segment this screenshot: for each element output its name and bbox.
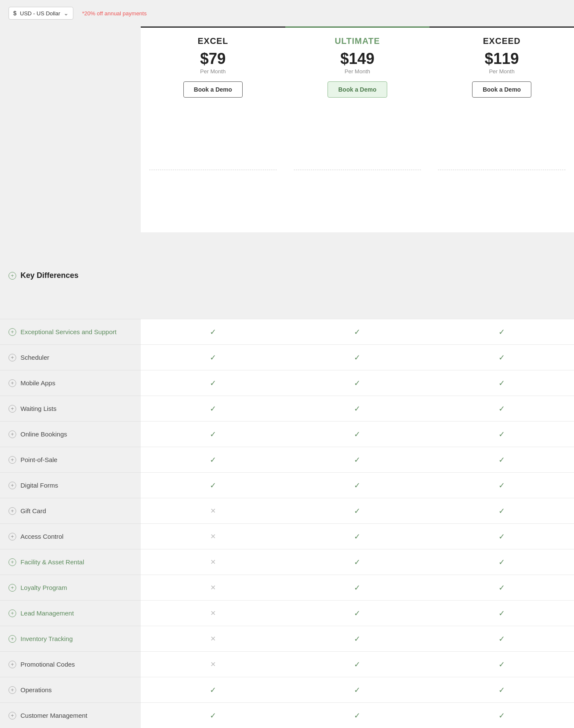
check-icon: ✓	[354, 353, 360, 362]
feature-plus-icon-0[interactable]: +	[9, 328, 16, 336]
feature-exceed-8: ✓	[429, 523, 574, 549]
check-icon: ✓	[354, 506, 360, 516]
feature-label-6: +Digital Forms	[0, 472, 141, 498]
check-icon: ✓	[354, 430, 360, 439]
feature-plus-icon-8[interactable]: +	[9, 533, 16, 540]
feature-plus-icon-3[interactable]: +	[9, 405, 16, 413]
feature-plus-icon-12[interactable]: +	[9, 635, 16, 643]
feature-plus-icon-14[interactable]: +	[9, 686, 16, 694]
feature-ultimate-2: ✓	[285, 370, 430, 396]
key-differences-title: Key Differences	[20, 271, 78, 280]
features-container: +Exceptional Services and Support✓✓✓+Sch…	[0, 319, 574, 728]
divider-excel	[141, 166, 285, 232]
price-ultimate: $149	[290, 51, 426, 66]
price-exceed: $119	[434, 51, 570, 66]
chevron-down-icon: ⌄	[64, 10, 69, 17]
x-icon: ✕	[210, 609, 216, 617]
check-icon: ✓	[499, 532, 505, 541]
feature-plus-icon-11[interactable]: +	[9, 610, 16, 617]
feature-plus-icon-10[interactable]: +	[9, 584, 16, 592]
feature-excel-3: ✓	[141, 396, 285, 421]
feature-exceed-2: ✓	[429, 370, 574, 396]
feature-excel-1: ✓	[141, 344, 285, 370]
period-exceed: Per Month	[434, 68, 570, 75]
currency-selector[interactable]: $ USD - US Dollar ⌄	[9, 7, 73, 20]
feature-exceed-10: ✓	[429, 575, 574, 600]
check-icon: ✓	[210, 327, 216, 337]
check-icon: ✓	[354, 455, 360, 465]
feature-ultimate-12: ✓	[285, 626, 430, 651]
feature-plus-icon-2[interactable]: +	[9, 379, 16, 387]
x-icon: ✕	[210, 507, 216, 515]
feature-label-15: +Customer Management	[0, 702, 141, 728]
feature-name-12: Inventory Tracking	[20, 635, 73, 642]
feature-plus-icon-7[interactable]: +	[9, 507, 16, 515]
x-icon: ✕	[210, 660, 216, 668]
check-icon: ✓	[354, 634, 360, 644]
period-ultimate: Per Month	[290, 68, 426, 75]
feature-label-12: +Inventory Tracking	[0, 626, 141, 651]
check-icon: ✓	[354, 609, 360, 618]
key-diff-header-ultimate	[285, 232, 430, 319]
check-icon: ✓	[499, 353, 505, 362]
check-icon: ✓	[210, 353, 216, 362]
check-icon: ✓	[499, 660, 505, 669]
check-icon: ✓	[210, 378, 216, 388]
key-differences-label: + Key Differences	[0, 232, 141, 319]
feature-excel-6: ✓	[141, 472, 285, 498]
check-icon: ✓	[499, 378, 505, 388]
check-icon: ✓	[210, 481, 216, 490]
feature-name-0: Exceptional Services and Support	[20, 328, 116, 335]
price-excel: $79	[145, 51, 281, 66]
check-icon: ✓	[499, 430, 505, 439]
check-icon: ✓	[354, 583, 360, 592]
feature-ultimate-1: ✓	[285, 344, 430, 370]
check-icon: ✓	[354, 378, 360, 388]
key-diff-plus-icon[interactable]: +	[9, 272, 16, 280]
feature-exceed-14: ✓	[429, 677, 574, 702]
plan-header-excel: EXCEL $79 Per Month Book a Demo	[141, 26, 285, 166]
feature-plus-icon-1[interactable]: +	[9, 354, 16, 361]
feature-exceed-3: ✓	[429, 396, 574, 421]
plan-name-excel: EXCEL	[145, 36, 281, 46]
feature-exceed-5: ✓	[429, 447, 574, 472]
feature-plus-icon-4[interactable]: +	[9, 430, 16, 438]
feature-ultimate-4: ✓	[285, 421, 430, 447]
check-icon: ✓	[354, 532, 360, 541]
feature-name-5: Point-of-Sale	[20, 456, 58, 463]
feature-name-11: Lead Management	[20, 610, 74, 617]
feature-excel-10: ✕	[141, 575, 285, 600]
plan-header-exceed: EXCEED $119 Per Month Book a Demo	[429, 26, 574, 166]
x-icon: ✕	[210, 558, 216, 566]
feature-plus-icon-9[interactable]: +	[9, 558, 16, 566]
plan-name-exceed: EXCEED	[434, 36, 570, 46]
discount-note: *20% off annual payments	[82, 10, 147, 17]
feature-name-4: Online Bookings	[20, 430, 67, 438]
feature-ultimate-10: ✓	[285, 575, 430, 600]
book-demo-exceed[interactable]: Book a Demo	[472, 81, 531, 98]
feature-plus-icon-15[interactable]: +	[9, 712, 16, 719]
feature-label-4: +Online Bookings	[0, 421, 141, 447]
feature-label-9: +Facility & Asset Rental	[0, 549, 141, 575]
feature-exceed-12: ✓	[429, 626, 574, 651]
check-icon: ✓	[210, 711, 216, 720]
x-icon: ✕	[210, 584, 216, 592]
feature-exceed-13: ✓	[429, 651, 574, 677]
feature-excel-4: ✓	[141, 421, 285, 447]
feature-plus-icon-5[interactable]: +	[9, 456, 16, 464]
feature-ultimate-6: ✓	[285, 472, 430, 498]
feature-ultimate-9: ✓	[285, 549, 430, 575]
feature-name-14: Operations	[20, 686, 52, 693]
feature-plus-icon-6[interactable]: +	[9, 482, 16, 489]
feature-excel-9: ✕	[141, 549, 285, 575]
x-icon: ✕	[210, 532, 216, 540]
feature-name-15: Customer Management	[20, 712, 87, 719]
check-icon: ✓	[499, 506, 505, 516]
feature-ultimate-5: ✓	[285, 447, 430, 472]
check-icon: ✓	[499, 455, 505, 465]
feature-plus-icon-13[interactable]: +	[9, 661, 16, 668]
book-demo-excel[interactable]: Book a Demo	[183, 81, 243, 98]
feature-excel-13: ✕	[141, 651, 285, 677]
feature-name-3: Waiting Lists	[20, 405, 56, 412]
book-demo-ultimate[interactable]: Book a Demo	[328, 81, 387, 98]
